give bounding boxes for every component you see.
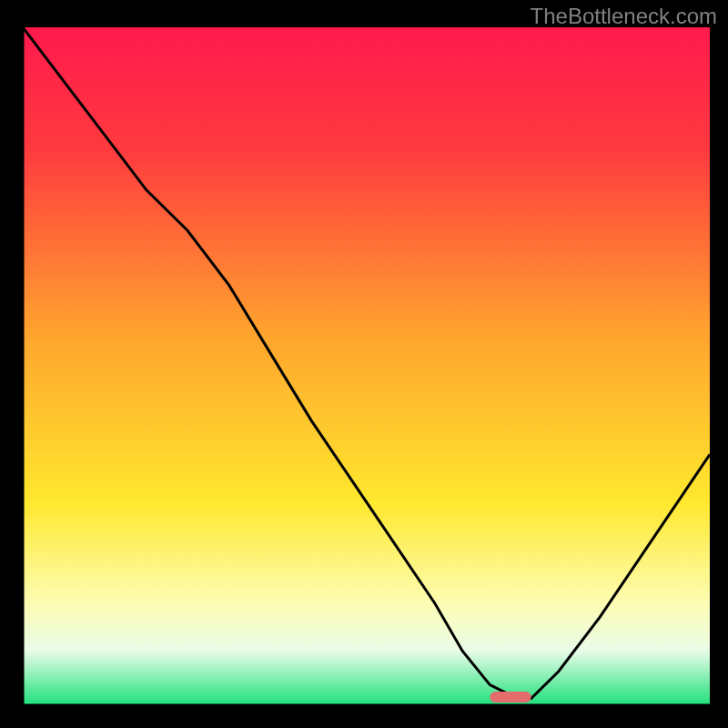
optimal-marker (490, 692, 531, 703)
site-watermark: TheBottleneck.com (531, 4, 717, 29)
bottleneck-chart (0, 0, 728, 728)
gradient-background (23, 27, 710, 705)
chart-container: TheBottleneck.com (0, 0, 728, 728)
